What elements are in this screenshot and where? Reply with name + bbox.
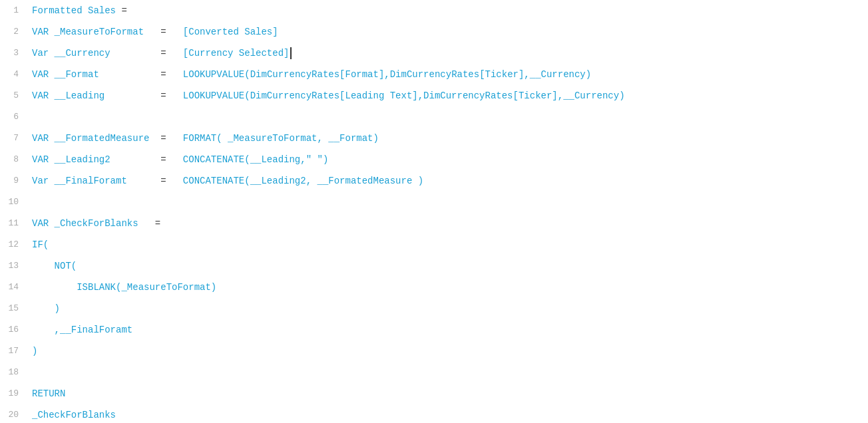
- code-token: =: [149, 128, 182, 149]
- code-token: ): [32, 341, 37, 362]
- code-line: [32, 192, 868, 213]
- line-number: 19: [5, 383, 19, 404]
- line-number: 13: [5, 255, 19, 277]
- line-number: 20: [5, 404, 19, 423]
- code-token: =: [127, 170, 183, 192]
- code-line: Var __Currency = [Currency Selected]: [32, 43, 868, 64]
- code-line: VAR __Format = LOOKUPVALUE(DimCurrencyRa…: [32, 64, 868, 85]
- line-number: 10: [5, 192, 19, 213]
- code-token: =: [99, 64, 183, 85]
- line-number: 16: [5, 319, 19, 341]
- code-token: VAR _CheckForBlanks: [32, 213, 138, 234]
- code-token: [Converted Sales]: [183, 21, 278, 43]
- line-number: 6: [5, 106, 19, 128]
- code-token: =: [110, 149, 183, 170]
- code-line: VAR __Leading2 = CONCATENATE(__Leading,"…: [32, 149, 868, 170]
- code-token: =: [116, 0, 127, 21]
- code-line: NOT(: [32, 255, 868, 277]
- code-line: Var __FinalForamt = CONCATENATE(__Leadin…: [32, 170, 868, 192]
- line-number: 18: [5, 362, 19, 383]
- line-number: 14: [5, 277, 19, 298]
- code-line: VAR __Leading = LOOKUPVALUE(DimCurrencyR…: [32, 85, 868, 106]
- code-content[interactable]: Formatted Sales =VAR _MeasureToFormat = …: [24, 0, 868, 423]
- line-number: 12: [5, 234, 19, 255]
- code-token: RETURN: [32, 383, 65, 404]
- code-token: =: [138, 213, 161, 234]
- line-number: 15: [5, 298, 19, 319]
- code-token: ISBLANK(_MeasureToFormat): [32, 277, 216, 298]
- code-token: CONCATENATE(__Leading," "): [183, 149, 328, 170]
- code-token: VAR _MeasureToFormat: [32, 21, 144, 43]
- code-token: IF(: [32, 234, 49, 255]
- code-token: _CheckForBlanks: [32, 404, 116, 423]
- line-number: 17: [5, 341, 19, 362]
- line-number: 9: [5, 170, 19, 192]
- code-token: Formatted Sales: [32, 0, 116, 21]
- code-line: VAR _CheckForBlanks =: [32, 213, 868, 234]
- code-token: LOOKUPVALUE(DimCurrencyRates[Leading Tex…: [183, 85, 625, 106]
- code-line: [32, 362, 868, 383]
- line-number: 5: [5, 85, 19, 106]
- code-line: [32, 106, 868, 128]
- code-line: _CheckForBlanks: [32, 404, 868, 423]
- code-token: Var __FinalForamt: [32, 170, 127, 192]
- line-number: 11: [5, 213, 19, 234]
- line-numbers: 1 2 3 4 5 6 7 8 9 10 11 12 13 14 15 16 1…: [0, 0, 24, 423]
- code-line: ): [32, 298, 868, 319]
- code-token: =: [110, 43, 183, 64]
- code-token: CONCATENATE(__Leading2, __FormatedMeasur…: [183, 170, 423, 192]
- code-line: VAR __FormatedMeasure = FORMAT( _Measure…: [32, 128, 868, 149]
- code-line: VAR _MeasureToFormat = [Converted Sales]: [32, 21, 868, 43]
- code-line: ): [32, 341, 868, 362]
- code-token: Var __Currency: [32, 43, 110, 64]
- code-token: VAR __Leading2: [32, 149, 110, 170]
- code-token: =: [144, 21, 183, 43]
- line-number: 7: [5, 128, 19, 149]
- text-cursor: [290, 47, 292, 59]
- code-line: ISBLANK(_MeasureToFormat): [32, 277, 868, 298]
- line-number: 1: [5, 0, 19, 21]
- code-token: FORMAT( _MeasureToFormat, __Format): [183, 128, 379, 149]
- code-token: ,__FinalForamt: [32, 319, 132, 341]
- code-line: IF(: [32, 234, 868, 255]
- code-token: VAR __Leading: [32, 85, 105, 106]
- code-line: Formatted Sales =: [32, 0, 868, 21]
- code-token: VAR __FormatedMeasure: [32, 128, 149, 149]
- code-token: VAR __Format: [32, 64, 99, 85]
- code-token: =: [105, 85, 183, 106]
- code-token: NOT(: [32, 255, 77, 277]
- line-number: 3: [5, 43, 19, 64]
- code-token: [Currency Selected]: [183, 43, 290, 64]
- code-token: ): [32, 298, 60, 319]
- line-number: 8: [5, 149, 19, 170]
- code-token: LOOKUPVALUE(DimCurrencyRates[Format],Dim…: [183, 64, 591, 85]
- line-number: 2: [5, 21, 19, 43]
- code-line: RETURN: [32, 383, 868, 404]
- line-number: 4: [5, 64, 19, 85]
- code-editor: 1 2 3 4 5 6 7 8 9 10 11 12 13 14 15 16 1…: [0, 0, 868, 423]
- code-line: ,__FinalForamt: [32, 319, 868, 341]
